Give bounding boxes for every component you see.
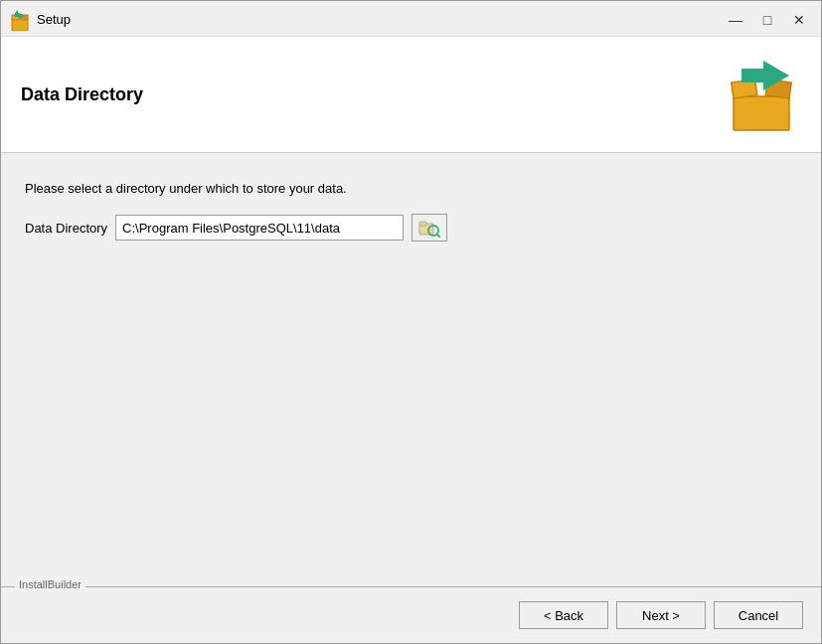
close-button[interactable]: ✕	[785, 9, 813, 31]
back-button[interactable]: < Back	[519, 601, 608, 629]
window-controls: — □ ✕	[722, 9, 813, 31]
svg-rect-4	[15, 13, 19, 17]
header-area: Data Directory	[1, 37, 821, 153]
installbuilder-label: InstallBuilder	[15, 578, 85, 590]
browse-button[interactable]	[411, 214, 447, 242]
setup-icon	[722, 55, 801, 134]
setup-window: Setup — □ ✕ Data Directory	[0, 0, 822, 644]
cancel-button[interactable]: Cancel	[714, 601, 803, 629]
maximize-button[interactable]: □	[753, 9, 781, 31]
window-title: Setup	[37, 12, 722, 27]
data-directory-label: Data Directory	[25, 221, 107, 236]
svg-rect-0	[12, 19, 28, 31]
svg-line-14	[437, 235, 439, 237]
data-directory-row: Data Directory	[25, 214, 797, 242]
svg-rect-6	[734, 96, 789, 130]
setup-icon-svg	[722, 55, 801, 134]
titlebar-icon	[9, 9, 31, 31]
description-text: Please select a directory under which to…	[25, 181, 797, 196]
data-directory-input[interactable]	[115, 215, 404, 241]
footer-area: InstallBuilder < Back Next > Cancel	[1, 586, 821, 643]
page-title: Data Directory	[21, 84, 143, 105]
next-button[interactable]: Next >	[616, 601, 706, 629]
browse-icon	[418, 217, 440, 239]
content-area: Please select a directory under which to…	[1, 153, 821, 586]
title-bar: Setup — □ ✕	[1, 1, 821, 37]
minimize-button[interactable]: —	[722, 9, 749, 31]
svg-rect-12	[419, 222, 426, 226]
